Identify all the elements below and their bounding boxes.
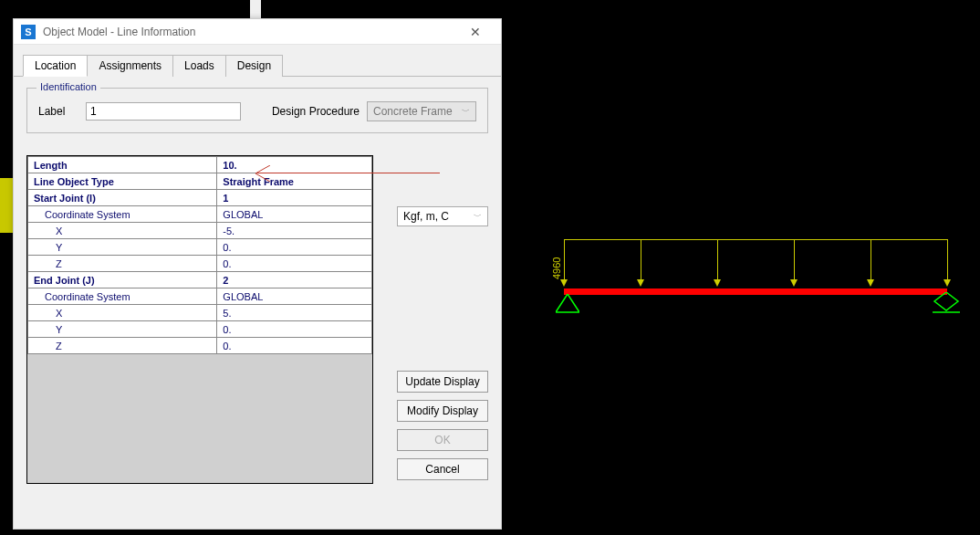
tab-design[interactable]: Design — [225, 55, 283, 77]
load-arrow-shaft — [717, 239, 718, 281]
bg-stripe — [250, 0, 261, 18]
line-information-dialog: S Object Model - Line Information ✕ Loca… — [13, 18, 502, 530]
grid-value: 10. — [217, 157, 372, 173]
load-arrow-shaft — [947, 239, 948, 281]
design-procedure-select[interactable]: Concrete Frame ﹀ — [367, 101, 476, 121]
identification-legend: Identification — [36, 81, 100, 92]
grid-row[interactable]: Coordinate SystemGLOBAL — [28, 288, 372, 305]
grid-value: GLOBAL — [217, 288, 372, 305]
svg-line-1 — [255, 173, 270, 182]
grid-row[interactable]: Start Joint (I)1 — [28, 190, 372, 206]
ok-button[interactable]: OK — [397, 429, 488, 451]
load-arrow-shaft — [794, 239, 795, 281]
close-icon[interactable]: ✕ — [457, 25, 494, 39]
grid-row[interactable]: End Joint (J)2 — [28, 272, 372, 288]
beam-diagram: 4960 — [538, 236, 958, 327]
grid-key: Coordinate System — [28, 288, 217, 305]
grid-row[interactable]: Y0. — [28, 321, 372, 338]
modify-display-button[interactable]: Modify Display — [397, 400, 488, 422]
app-icon: S — [21, 25, 36, 39]
tab-strip: Location Assignments Loads Design — [14, 45, 501, 77]
window-title: Object Model - Line Information — [43, 26, 457, 38]
grid-key: Coordinate System — [28, 206, 217, 223]
units-value: Kgf, m, C — [403, 210, 449, 223]
chevron-down-icon: ﹀ — [474, 211, 482, 223]
tab-loads[interactable]: Loads — [172, 55, 226, 77]
grid-row[interactable]: Z0. — [28, 256, 372, 272]
design-procedure-value: Concrete Frame — [373, 105, 453, 118]
grid-value: 0. — [217, 321, 372, 338]
load-arrow-head — [637, 279, 644, 287]
chevron-down-icon: ﹀ — [462, 106, 470, 118]
load-arrow-shaft — [564, 239, 565, 281]
grid-key: Y — [28, 321, 217, 338]
identification-group: Identification Label Design Procedure Co… — [26, 88, 488, 133]
grid-key: Length — [28, 157, 217, 173]
grid-value: 5. — [217, 305, 372, 321]
grid-value: 2 — [217, 272, 372, 288]
tab-location[interactable]: Location — [23, 55, 88, 77]
units-select[interactable]: Kgf, m, C ﹀ — [397, 206, 488, 226]
grid-key: Line Object Type — [28, 173, 217, 190]
titlebar: S Object Model - Line Information ✕ — [14, 19, 501, 45]
support-roller-right — [933, 292, 960, 314]
beam-element — [564, 288, 947, 295]
load-top-line — [564, 239, 947, 240]
grid-row[interactable]: X5. — [28, 305, 372, 321]
grid-row[interactable]: Y0. — [28, 239, 372, 256]
grid-value: GLOBAL — [217, 206, 372, 223]
load-arrow-head — [714, 279, 721, 287]
grid-row[interactable]: X-5. — [28, 223, 372, 239]
grid-value: 0. — [217, 239, 372, 256]
properties-grid: Length10.Line Object TypeStraight FrameS… — [26, 155, 373, 484]
svg-marker-3 — [934, 292, 958, 310]
cancel-button[interactable]: Cancel — [397, 458, 488, 480]
grid-key: X — [28, 223, 217, 239]
grid-key: Z — [28, 256, 217, 272]
grid-key: Y — [28, 239, 217, 256]
load-arrow-shaft — [641, 239, 641, 281]
design-procedure-caption: Design Procedure — [272, 105, 360, 118]
grid-value: Straight Frame — [217, 173, 372, 190]
label-input[interactable] — [86, 102, 241, 121]
svg-marker-2 — [556, 294, 579, 312]
grid-row[interactable]: Coordinate SystemGLOBAL — [28, 206, 372, 223]
grid-row[interactable]: Line Object TypeStraight Frame — [28, 173, 372, 190]
grid-row[interactable]: Z0. — [28, 338, 372, 354]
annotation-arrow-line — [257, 173, 440, 173]
load-arrow-head — [867, 279, 874, 287]
annotation-arrow-head — [254, 165, 270, 182]
svg-line-0 — [255, 165, 270, 173]
grid-key: End Joint (J) — [28, 272, 217, 288]
grid-value: -5. — [217, 223, 372, 239]
tab-assignments[interactable]: Assignments — [87, 55, 173, 77]
load-arrow-head — [560, 279, 568, 287]
grid-value: 0. — [217, 256, 372, 272]
grid-key: Z — [28, 338, 217, 354]
load-arrow-shaft — [871, 239, 871, 281]
grid-row[interactable]: Length10. — [28, 157, 372, 173]
grid-value: 0. — [217, 338, 372, 354]
load-arrow-head — [944, 279, 951, 287]
load-arrow-head — [790, 279, 798, 287]
support-pin-left — [556, 294, 579, 314]
label-caption: Label — [38, 105, 78, 118]
grid-value: 1 — [217, 190, 372, 206]
update-display-button[interactable]: Update Display — [397, 371, 488, 393]
tab-content: Identification Label Design Procedure Co… — [14, 77, 501, 495]
grid-key: X — [28, 305, 217, 321]
load-magnitude-label: 4960 — [551, 257, 562, 279]
grid-key: Start Joint (I) — [28, 190, 217, 206]
